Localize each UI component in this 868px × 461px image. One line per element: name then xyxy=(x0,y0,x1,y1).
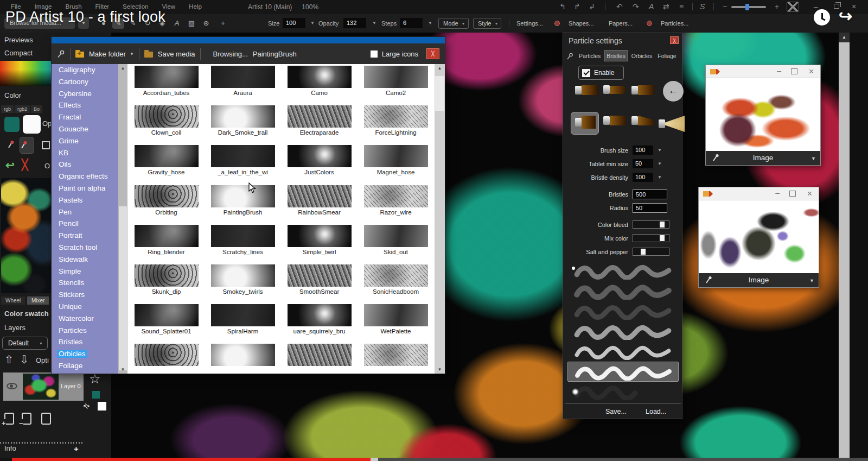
transform-down-icon[interactable]: ↲ xyxy=(589,2,595,11)
media-thumbnail[interactable] xyxy=(288,304,352,326)
close-window-icon[interactable]: × xyxy=(852,2,856,11)
layer-blend-dropdown[interactable]: Default xyxy=(2,337,48,350)
media-item[interactable]: Accordian_tubes xyxy=(128,66,205,105)
steps-dropdown-icon[interactable]: ▼ xyxy=(428,21,432,26)
maximize-icon[interactable] xyxy=(791,68,797,74)
category-item[interactable]: Organic effects xyxy=(57,172,118,184)
crosshair-icon[interactable]: + xyxy=(217,18,229,29)
clear-icon[interactable]: ╳ xyxy=(22,159,28,171)
papers-button[interactable]: Papers... xyxy=(609,20,633,27)
close-icon[interactable]: ╳ xyxy=(426,48,439,59)
alpha-brush-icon[interactable]: A xyxy=(171,18,183,29)
brush-direction-button[interactable]: ← xyxy=(663,81,684,102)
dropdown-arrow-icon[interactable]: ▼ xyxy=(658,148,662,153)
window-titlebar[interactable]: – × xyxy=(706,65,820,78)
category-item[interactable]: Effects xyxy=(57,101,118,113)
previews-label[interactable]: Previews xyxy=(4,36,33,44)
brush-preset-flat-icon[interactable] xyxy=(575,85,598,95)
media-item[interactable]: RainbowSmear xyxy=(281,185,358,225)
field-value[interactable]: 50 xyxy=(633,159,653,168)
eyedropper-icon[interactable] xyxy=(7,140,14,150)
category-scrollbar[interactable]: ▲ ▼ xyxy=(118,64,127,374)
media-item[interactable] xyxy=(358,344,434,374)
media-thumbnail[interactable] xyxy=(364,264,428,287)
stroke-preset[interactable] xyxy=(567,382,679,402)
scroll-down-icon[interactable]: ▼ xyxy=(118,367,127,372)
category-item[interactable]: Scratch tool xyxy=(57,243,118,255)
media-thumbnail[interactable] xyxy=(211,264,275,287)
stroke-preset-selected[interactable] xyxy=(567,362,679,382)
large-icons-checkbox[interactable] xyxy=(371,50,378,58)
stroke-preset[interactable] xyxy=(567,281,679,301)
particle-tab[interactable]: Orbicles xyxy=(629,51,655,61)
media-thumbnail[interactable] xyxy=(211,105,275,128)
category-item[interactable]: Bristles xyxy=(57,338,118,350)
scroll-up-icon[interactable]: ▲ xyxy=(118,66,127,71)
category-item[interactable]: Unique xyxy=(57,302,118,314)
grid-scrollbar[interactable]: ▲ ▼ xyxy=(435,64,445,374)
stroke-preset[interactable] xyxy=(567,261,679,281)
media-thumbnail[interactable] xyxy=(288,145,352,167)
media-thumbnail[interactable] xyxy=(211,185,275,207)
minimize-icon[interactable]: – xyxy=(775,188,780,197)
category-item[interactable]: Orbicles xyxy=(57,350,118,362)
media-thumbnail[interactable] xyxy=(288,105,352,128)
media-item[interactable]: Scratchy_lines xyxy=(205,225,281,264)
wheel-tab[interactable]: Wheel xyxy=(1,296,25,305)
enable-toggle[interactable]: Enable xyxy=(578,66,624,80)
opacity-dropdown-icon[interactable]: ▼ xyxy=(372,21,376,26)
category-item[interactable]: Pastels xyxy=(57,196,118,208)
media-thumbnail[interactable] xyxy=(364,105,428,128)
layer-row[interactable]: Layer 0 xyxy=(3,372,84,401)
size-value[interactable]: 100 xyxy=(283,18,305,28)
media-thumbnail[interactable] xyxy=(364,185,428,207)
eyedropper-button[interactable] xyxy=(20,137,34,154)
media-thumbnail[interactable] xyxy=(135,264,199,287)
media-item[interactable] xyxy=(281,344,358,374)
color-tab[interactable]: Bo xyxy=(31,105,42,113)
save-button[interactable]: Save... xyxy=(605,408,627,415)
color-swatch-label[interactable]: Color swatch xyxy=(4,310,49,318)
field-value[interactable]: 100 xyxy=(633,173,653,182)
media-thumbnail[interactable] xyxy=(364,304,428,326)
category-item[interactable]: Foliage xyxy=(57,362,118,374)
image-canvas[interactable] xyxy=(699,201,819,274)
media-item[interactable]: SmoothSmear xyxy=(281,264,358,304)
stroke-preset[interactable] xyxy=(567,301,679,321)
sidebar-checkbox[interactable] xyxy=(42,141,50,149)
brush-preset-square-icon-selected[interactable] xyxy=(575,116,596,129)
watch-later-clock-icon[interactable] xyxy=(814,9,830,26)
brush-preset-fan-icon[interactable] xyxy=(659,116,685,132)
eye-icon[interactable] xyxy=(7,383,17,389)
swap-icon[interactable]: ⇄ xyxy=(663,2,669,11)
transform-right-icon[interactable]: ↱ xyxy=(574,2,580,11)
field-input[interactable]: 500 xyxy=(633,190,667,199)
steps-value[interactable]: 6 xyxy=(400,18,423,28)
scrollbar-thumb[interactable] xyxy=(119,206,127,370)
zoom-slider[interactable] xyxy=(731,6,766,8)
particles-button[interactable]: Particles... xyxy=(661,20,688,27)
media-thumbnail[interactable] xyxy=(288,66,352,88)
pencil-box-icon[interactable]: ▨ xyxy=(186,18,197,29)
size-dropdown-icon[interactable]: ▼ xyxy=(310,21,315,26)
close-window-icon[interactable]: × xyxy=(809,67,814,77)
media-item[interactable]: Magnet_hose xyxy=(358,145,434,185)
media-item[interactable]: _a_leaf_in_the_wi xyxy=(205,145,281,185)
zoom-out-icon[interactable]: − xyxy=(723,2,727,11)
media-thumbnail[interactable] xyxy=(211,66,275,88)
media-item[interactable]: Skunk_dip xyxy=(128,264,205,304)
media-thumbnail[interactable] xyxy=(135,145,199,167)
media-item[interactable]: Gravity_hose xyxy=(128,145,205,185)
transform-left-icon[interactable]: ↰ xyxy=(559,2,566,11)
slider-track[interactable] xyxy=(633,248,669,256)
script-icon[interactable]: S xyxy=(700,2,705,11)
close-window-icon[interactable]: × xyxy=(807,189,812,199)
media-thumbnail[interactable] xyxy=(211,304,275,326)
dropdown-arrow-icon[interactable]: ▼ xyxy=(809,278,814,283)
star-brush-icon[interactable]: ⊛ xyxy=(200,18,212,29)
media-item[interactable]: Camo xyxy=(281,66,358,105)
media-item[interactable]: Camo2 xyxy=(358,66,434,105)
load-button[interactable]: Load... xyxy=(646,408,666,415)
media-thumbnail[interactable] xyxy=(211,145,275,167)
share-arrow-icon[interactable]: ↪ xyxy=(839,7,852,26)
